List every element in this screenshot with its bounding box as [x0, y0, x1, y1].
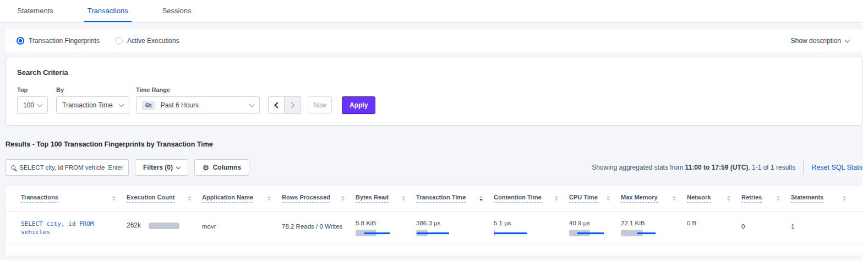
time-range-badge: 6h: [142, 101, 155, 110]
column-header-max-memory[interactable]: Max Memory: [621, 194, 687, 203]
retries-cell: 0: [741, 212, 791, 230]
time-range-label: Time Range: [136, 86, 260, 93]
contention-time-bar: [494, 230, 530, 236]
by-label: By: [56, 86, 129, 93]
network-cell: 0 B: [687, 212, 741, 226]
column-header-statements[interactable]: Statements: [791, 194, 857, 203]
chevron-down-icon: [176, 164, 181, 169]
sort-icon[interactable]: [188, 196, 191, 201]
showing-stats-wrap: Showing aggregated stats from 11:00 to 1…: [592, 160, 862, 175]
radio-transaction-fingerprints[interactable]: Transaction Fingerprints: [17, 37, 100, 45]
sort-icon[interactable]: [555, 196, 558, 201]
execution-count-cell: 262k: [127, 212, 202, 229]
sort-icon[interactable]: [727, 196, 730, 201]
tab-statements[interactable]: Statements: [14, 0, 57, 22]
apply-button[interactable]: Apply: [342, 96, 375, 114]
rows-processed-cell: 78.2 Reads / 0 Writes: [282, 212, 356, 230]
top-select[interactable]: 100: [17, 96, 48, 114]
contention-time-value: 5.1 µs: [494, 220, 569, 226]
results-table-card: Transactions Execution Count Application…: [6, 186, 862, 256]
sort-icon[interactable]: [843, 196, 846, 201]
column-header-network[interactable]: Network: [687, 194, 741, 203]
sort-icon[interactable]: [607, 196, 610, 201]
filters-label: Filters (0): [143, 164, 173, 171]
column-label: Retries: [741, 194, 762, 203]
sort-icon[interactable]: [268, 196, 271, 201]
chevron-down-icon: [37, 101, 43, 107]
sort-icon[interactable]: [673, 196, 676, 201]
chevron-down-icon: [119, 101, 124, 107]
view-toggle-card: Transaction Fingerprints Active Executio…: [6, 29, 862, 52]
column-header-transactions[interactable]: Transactions: [21, 194, 127, 203]
application-name-cell: movr: [202, 212, 282, 230]
tab-transactions[interactable]: Transactions: [84, 0, 132, 22]
results-controls-row: Enter Filters (0) ⚙ Columns Showing aggr…: [6, 159, 862, 176]
showing-suffix: , 1-1 of 1 results: [748, 164, 795, 171]
search-box: Enter: [6, 159, 129, 176]
cpu-time-cell: 40.9 µs: [569, 212, 621, 236]
time-range-select[interactable]: 6h Past 6 Hours: [136, 96, 260, 114]
show-description-toggle[interactable]: Show description: [791, 37, 849, 45]
page-tabbar: Statements Transactions Sessions: [0, 0, 868, 23]
column-header-contention-time[interactable]: Contention Time: [494, 194, 569, 203]
chevron-down-icon: [249, 101, 255, 107]
columns-button[interactable]: ⚙ Columns: [194, 159, 249, 176]
column-header-cpu-time[interactable]: CPU Time: [569, 194, 621, 203]
transaction-time-cell: 386.3 µs: [416, 212, 494, 236]
bytes-read-value: 5.8 KiB: [356, 220, 416, 226]
top-field: Top 100: [17, 86, 48, 114]
sort-icon[interactable]: [112, 196, 116, 201]
radio-label: Active Executions: [127, 37, 179, 45]
sort-icon[interactable]: [341, 196, 345, 201]
filters-button[interactable]: Filters (0): [135, 159, 188, 176]
showing-prefix: Showing aggregated stats from: [592, 164, 685, 171]
tab-sessions[interactable]: Sessions: [159, 0, 195, 22]
results-heading: Results - Top 100 Transaction Fingerprin…: [6, 140, 862, 148]
main-content: Transaction Fingerprints Active Executio…: [0, 23, 868, 256]
column-label: Contention Time: [494, 194, 542, 203]
time-range-field: Time Range 6h Past 6 Hours: [129, 86, 260, 114]
column-header-application-name[interactable]: Application Name: [202, 194, 282, 203]
by-field: By Transaction Time: [48, 86, 129, 114]
by-select[interactable]: Transaction Time: [56, 96, 129, 114]
sort-icon[interactable]: [777, 196, 780, 201]
column-header-retries[interactable]: Retries: [741, 194, 791, 203]
sort-icon[interactable]: [402, 196, 405, 201]
search-icon: [11, 165, 15, 170]
sort-icon[interactable]: [479, 196, 483, 201]
max-memory-value: 22.1 KiB: [621, 220, 687, 226]
column-label: Bytes Read: [356, 194, 389, 203]
column-header-execution-count[interactable]: Execution Count: [127, 194, 202, 203]
bytes-read-bar: [356, 230, 392, 236]
time-range-next-button[interactable]: [285, 96, 301, 114]
showing-range: 11:00 to 17:59 (UTC): [685, 164, 749, 171]
reset-sql-stats-link[interactable]: Reset SQL Stats: [811, 164, 862, 171]
transaction-fingerprint-link[interactable]: SELECT city, id FROM vehicles: [21, 220, 117, 236]
time-range-prev-button[interactable]: [268, 96, 285, 114]
execution-count-bar: [149, 223, 179, 229]
show-description-label: Show description: [791, 37, 841, 45]
gear-icon: ⚙: [203, 164, 209, 171]
max-memory-cell: 22.1 KiB: [621, 212, 687, 236]
contention-time-cell: 5.1 µs: [494, 212, 569, 236]
columns-label: Columns: [213, 164, 241, 171]
column-header-bytes-read[interactable]: Bytes Read: [356, 194, 416, 203]
by-select-value: Transaction Time: [62, 101, 113, 109]
radio-unselected-icon: [115, 37, 123, 45]
browser-scrollbar-track[interactable]: [862, 0, 868, 260]
table-header-row: Transactions Execution Count Application…: [6, 186, 862, 211]
chevron-left-icon: [274, 102, 280, 108]
column-label: Statements: [791, 194, 823, 203]
column-label: Rows Processed: [282, 194, 330, 203]
showing-stats-text: Showing aggregated stats from 11:00 to 1…: [592, 164, 795, 171]
cpu-time-bar: [569, 230, 605, 236]
column-label: Application Name: [202, 194, 253, 203]
column-header-transaction-time[interactable]: Transaction Time: [416, 194, 494, 203]
vertical-divider: [803, 160, 804, 175]
radio-active-executions[interactable]: Active Executions: [115, 37, 179, 45]
column-label: Execution Count: [127, 194, 174, 203]
transaction-time-value: 386.3 µs: [416, 220, 494, 226]
search-input[interactable]: [19, 164, 105, 171]
column-header-rows-processed[interactable]: Rows Processed: [282, 194, 356, 203]
now-button[interactable]: Now: [308, 96, 332, 114]
